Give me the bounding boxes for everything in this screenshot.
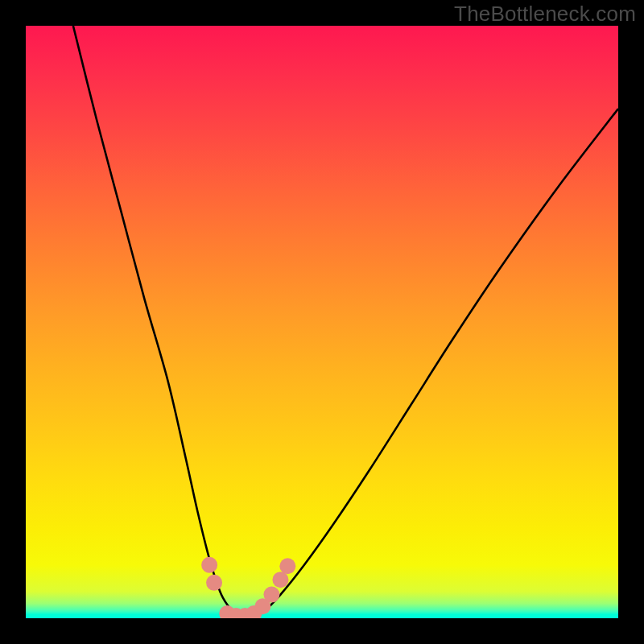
curve-marker <box>206 575 222 591</box>
curve-svg <box>26 26 618 618</box>
curve-marker <box>263 587 279 603</box>
watermark-text: TheBottleneck.com <box>454 2 636 27</box>
chart-frame: TheBottleneck.com <box>0 0 644 644</box>
curve-marker <box>201 557 217 573</box>
curve-markers <box>201 557 295 618</box>
curve-marker <box>272 572 288 588</box>
curve-marker <box>279 558 295 574</box>
plot-area <box>26 26 618 618</box>
bottleneck-curve <box>73 26 618 618</box>
